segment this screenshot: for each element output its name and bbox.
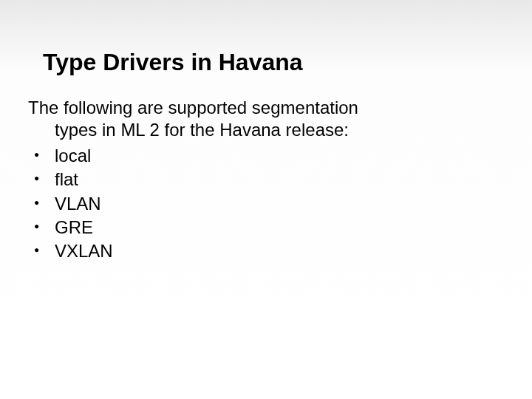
list-item: GRE bbox=[28, 216, 504, 239]
slide-title: Type Drivers in Havana bbox=[43, 49, 504, 76]
list-item: VXLAN bbox=[28, 239, 504, 263]
list-item: VLAN bbox=[28, 192, 504, 216]
intro-text: The following are supported segmentation… bbox=[28, 97, 442, 141]
bullet-list: local flat VLAN GRE VXLAN bbox=[28, 144, 504, 264]
slide: Type Drivers in Havana The following are… bbox=[0, 0, 532, 292]
list-item: local bbox=[28, 144, 504, 168]
intro-line-2: types in ML 2 for the Havana release: bbox=[28, 119, 442, 141]
list-item: flat bbox=[28, 168, 504, 191]
intro-line-1: The following are supported segmentation bbox=[28, 98, 358, 117]
